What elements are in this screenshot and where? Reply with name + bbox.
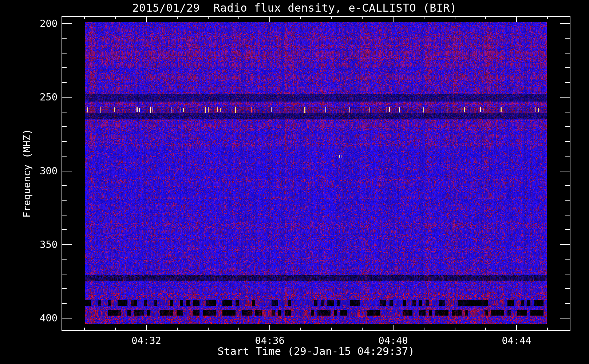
y-tick-label: 300 bbox=[17, 166, 58, 176]
x-tick-label: 04:32 bbox=[117, 336, 175, 346]
axes-frame bbox=[0, 0, 589, 364]
y-tick-label: 400 bbox=[17, 313, 58, 323]
y-tick-label: 350 bbox=[17, 240, 58, 250]
x-tick-label: 04:40 bbox=[364, 336, 422, 346]
y-tick-label: 250 bbox=[17, 92, 58, 102]
x-tick-label: 04:44 bbox=[487, 336, 546, 346]
y-tick-label: 200 bbox=[17, 19, 58, 29]
plot-frame bbox=[62, 16, 570, 331]
x-tick-label: 04:36 bbox=[241, 336, 299, 346]
x-axis-label: Start Time (29-Jan-15 04:29:37) bbox=[98, 345, 534, 357]
spectrogram-figure: 2015/01/29 Radio flux density, e-CALLIST… bbox=[0, 0, 589, 364]
chart-title: 2015/01/29 Radio flux density, e-CALLIST… bbox=[0, 1, 589, 14]
